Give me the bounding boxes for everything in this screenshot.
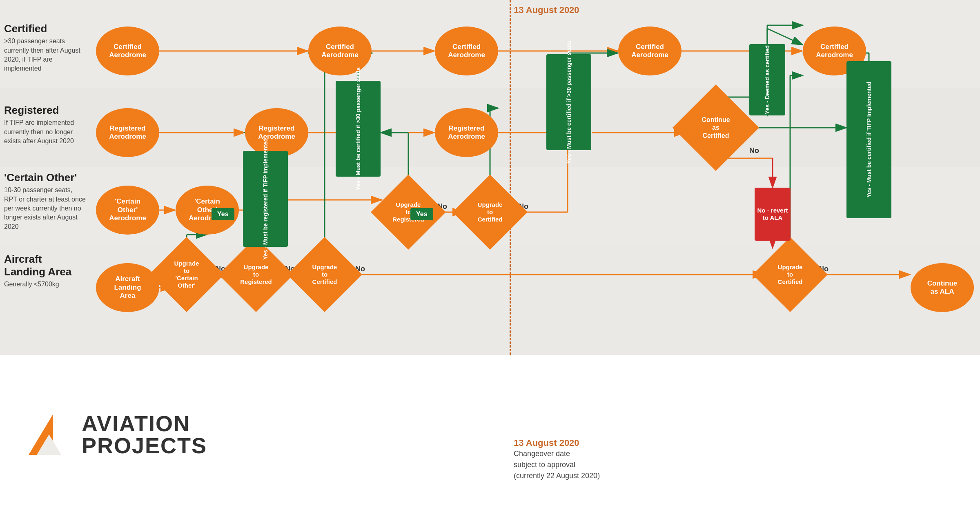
continue-as-ala: Continueas ALA	[911, 263, 974, 312]
registered-aerodrome-1: RegisteredAerodrome	[96, 108, 159, 157]
upgrade-to-certain-other-diamond: Upgradeto'CertainOther'	[160, 248, 213, 301]
footer: AVIATION PROJECTS 13 August 2020 Changeo…	[0, 355, 980, 514]
logo-line2: PROJECTS	[82, 434, 207, 456]
row-label-certain: 'Certain Other' 10-30 passenger seats, R…	[4, 171, 86, 231]
row-label-ala: Aircraft Landing Area Generally <5700kg	[4, 253, 86, 289]
certified-subtitle: >30 passenger seats currently then after…	[4, 37, 86, 73]
main-container: 13 August 2020 Certified >30 passenger s…	[0, 0, 980, 514]
certified-aerodrome-2: CertifiedAerodrome	[308, 27, 372, 75]
upgrade-to-certified-final-diamond: UpgradetoCertified	[764, 248, 817, 301]
footer-date-title: 13 August 2020	[514, 438, 600, 448]
upgrade-to-certified-ala-diamond: UpgradetoCertified	[298, 248, 351, 301]
must-be-certified-30-seats-1: Yes - Must be certified if >30 passenger…	[336, 81, 381, 177]
row-label-registered: Registered If TIFP are implemented curre…	[4, 104, 86, 146]
certified-aerodrome-3: CertifiedAerodrome	[435, 27, 498, 75]
footer-note: 13 August 2020 Changeover datesubject to…	[514, 438, 600, 481]
must-be-certified-tifp: Yes - Must be certified if TIFP Implemen…	[846, 61, 891, 218]
certain-other-aerodrome-1: 'CertainOther'Aerodrome	[96, 186, 159, 235]
certain-subtitle: 10-30 passenger seats, RPT or charter at…	[4, 186, 86, 231]
logo-line1: AVIATION	[82, 412, 207, 434]
registered-title: Registered	[4, 104, 86, 117]
aircraft-landing-area: AircraftLandingArea	[96, 263, 159, 312]
no-revert-to-ala: No - revertto ALA	[755, 188, 791, 241]
must-be-registered-tifp: Yes - Must be registered if TIFP impleme…	[243, 151, 288, 247]
yes-label-upgrade-reg: Yes	[410, 208, 433, 220]
ala-subtitle: Generally <5700kg	[4, 280, 86, 289]
upgrade-to-registered-ala-diamond: UpgradetoRegistered	[229, 248, 283, 301]
continue-as-certified-diamond: ContinueasCertified	[685, 97, 746, 158]
must-be-certified-30-seats-2: Yes - Must be certified if >30 passenger…	[546, 54, 591, 150]
footer-note-text: Changeover datesubject to approval(curre…	[514, 448, 600, 481]
date-label-top: 13 August 2020	[514, 5, 579, 16]
certified-aerodrome-4: CertifiedAerodrome	[618, 27, 682, 75]
date-divider-line	[510, 0, 511, 355]
row-label-certified: Certified >30 passenger seats currently …	[4, 22, 86, 73]
ala-title: Aircraft Landing Area	[4, 253, 86, 278]
certified-aerodrome-1: CertifiedAerodrome	[96, 27, 159, 75]
registered-subtitle: If TIFP are implemented currently then n…	[4, 118, 86, 146]
registered-aerodrome-3: RegisteredAerodrome	[435, 108, 498, 157]
logo: AVIATION PROJECTS	[24, 412, 207, 456]
yes-label-certain-other: Yes	[212, 208, 234, 220]
registered-aerodrome-2: RegisteredAerodrome	[245, 108, 308, 157]
deemed-as-certified: Yes - Deemed as certified	[749, 44, 785, 115]
certified-title: Certified	[4, 22, 86, 35]
certain-title: 'Certain Other'	[4, 171, 86, 184]
upgrade-to-certified-co-diamond: UpgradetoCertified	[463, 186, 517, 239]
